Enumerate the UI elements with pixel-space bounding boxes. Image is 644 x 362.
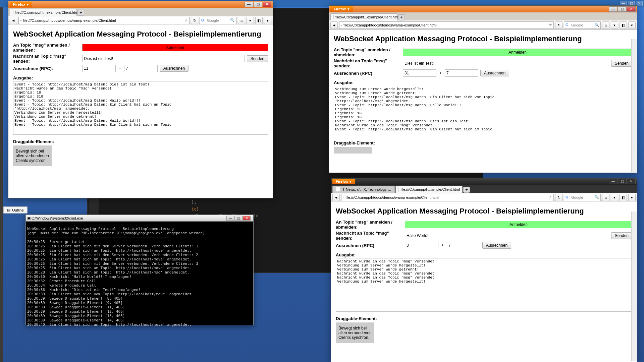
reload-button[interactable]: ↻ bbox=[191, 17, 198, 24]
reload-button[interactable]: ↻ bbox=[555, 21, 562, 29]
back-button[interactable]: ◄ bbox=[332, 194, 340, 201]
abmelden-button[interactable]: Abmelden bbox=[82, 44, 268, 51]
titlebar[interactable]: Firefox ▾ — ▢ ✕ bbox=[329, 6, 637, 12]
maximize-button[interactable]: ▢ bbox=[618, 6, 627, 12]
rpc-label: Ausrechnen (RPC): bbox=[13, 66, 80, 71]
close-button[interactable]: ✕ bbox=[243, 216, 251, 220]
bookmarks-button[interactable]: ▾ bbox=[611, 21, 618, 29]
output-label: Ausgabe: bbox=[334, 80, 632, 85]
firefox-window-1: Firefox ▾ — ▢ ✕ file:///C:/xampp/ht...ex… bbox=[8, 1, 273, 198]
plus-sign: + bbox=[438, 71, 443, 75]
rpc-right-input[interactable] bbox=[124, 65, 158, 72]
page-content: WebSocket Application Messaging Protocol… bbox=[331, 202, 637, 362]
draggable-element[interactable]: Bewegt sich bei allen verbundenen Client… bbox=[336, 322, 374, 343]
back-button[interactable]: ◄ bbox=[10, 17, 17, 24]
reload-button[interactable]: ↻ bbox=[555, 194, 562, 201]
bookmarks-button[interactable]: ▾ bbox=[611, 194, 618, 201]
search-icon[interactable]: 🔍 bbox=[230, 18, 235, 22]
search-icon[interactable]: 🔍 bbox=[594, 23, 599, 27]
ausrechnen-button[interactable]: Ausrechnen bbox=[160, 65, 189, 72]
ausrechnen-button[interactable]: Ausrechnen bbox=[480, 70, 509, 76]
outline-button[interactable]: ▤ Outline bbox=[3, 206, 28, 214]
favicon-icon bbox=[335, 187, 340, 192]
firefox-menu-button[interactable]: Firefox ▾ bbox=[330, 6, 353, 12]
rpc-left-input[interactable] bbox=[405, 242, 438, 249]
firefox-menu-button[interactable]: Firefox ▾ bbox=[332, 179, 355, 184]
browser-tab[interactable]: file:///C:/xampp/h...ample/Client.html✕ bbox=[395, 186, 463, 193]
close-button[interactable]: ✕ bbox=[627, 179, 636, 184]
rpc-left-input[interactable] bbox=[82, 65, 116, 72]
menu-button[interactable]: ▾ bbox=[628, 194, 636, 201]
menu-button[interactable]: ▾ bbox=[264, 17, 271, 24]
output-textarea[interactable] bbox=[336, 258, 632, 312]
maximize-button[interactable]: ▢ bbox=[618, 179, 627, 184]
search-bar[interactable]: GGoogle🔍 bbox=[564, 194, 601, 201]
ausrechnen-button[interactable]: Ausrechnen bbox=[482, 242, 511, 249]
anmelden-button[interactable]: Anmelden bbox=[403, 49, 632, 56]
senden-button[interactable]: Senden bbox=[611, 60, 632, 67]
senden-button[interactable]: Senden bbox=[247, 55, 268, 62]
titlebar[interactable]: Firefox ▾ — ▢ ✕ bbox=[331, 178, 637, 185]
output-textarea[interactable] bbox=[13, 81, 268, 135]
feed-button[interactable]: ◧ bbox=[255, 17, 263, 24]
url-text: file:///C:/xampp/htdocs/demos/wamp-examp… bbox=[343, 23, 437, 27]
scrollbar[interactable] bbox=[631, 212, 637, 361]
new-tab-button[interactable]: + bbox=[77, 10, 84, 16]
new-tab-button[interactable]: + bbox=[463, 187, 470, 193]
rpc-right-input[interactable] bbox=[447, 242, 480, 249]
bookmarks-button[interactable]: ▾ bbox=[247, 17, 254, 24]
search-bar[interactable]: GGoogle🔍 bbox=[200, 17, 236, 24]
feed-button[interactable]: ◧ bbox=[620, 194, 627, 201]
cmd-icon: ▣ bbox=[27, 216, 31, 220]
url-bar[interactable]: ▫file:///C:/xampp/htdocs/demos/wamp-exam… bbox=[339, 21, 554, 29]
browser-tab[interactable]: file:///C:/xampp/ht...example/Client.htm… bbox=[10, 9, 77, 16]
close-button[interactable]: ✕ bbox=[627, 6, 636, 12]
cmd-titlebar[interactable]: ▣ C:\Windows\system32\cmd.exe — ▢ ✕ bbox=[26, 215, 253, 222]
menu-button[interactable]: ▾ bbox=[628, 21, 636, 29]
draggable-element[interactable] bbox=[334, 147, 372, 154]
browser-tab[interactable]: file:///C:/xampp/ht...example/Client.htm… bbox=[330, 13, 397, 20]
close-button[interactable]: ✕ bbox=[263, 2, 271, 7]
output-textarea[interactable] bbox=[334, 86, 632, 136]
home-button[interactable]: ⌂ bbox=[238, 17, 245, 24]
topic-label: An Topic "msg" anmelden / abmelden: bbox=[336, 220, 403, 230]
anmelden-button[interactable]: Anmelden bbox=[405, 221, 632, 228]
firefox-menu-button[interactable]: Firefox ▾ bbox=[10, 2, 32, 7]
message-input[interactable] bbox=[405, 232, 609, 239]
message-input[interactable] bbox=[82, 55, 245, 62]
minimize-button[interactable]: — bbox=[245, 2, 253, 7]
url-bar[interactable]: ▫file:///C:/xampp/htdocs/demos/wamp-exam… bbox=[18, 17, 190, 24]
outline-icon: ▤ bbox=[7, 208, 10, 212]
rpc-left-input[interactable] bbox=[403, 69, 436, 77]
cmd-output: WebSocket Application Messaging Protocol… bbox=[26, 225, 253, 328]
tab-bar: IT-News, c't, iX, Technology Review, ...… bbox=[331, 185, 637, 193]
bookmark-star-icon[interactable]: ☆ bbox=[549, 195, 552, 199]
url-bar[interactable]: ▫file:///C:/xampp/htdocs/demos/wamp-exam… bbox=[341, 194, 554, 201]
minimize-button[interactable]: — bbox=[609, 179, 618, 184]
titlebar[interactable]: Firefox ▾ — ▢ ✕ bbox=[8, 1, 273, 8]
tab-label: file:///C:/xampp/ht...example/Client.htm… bbox=[15, 10, 79, 14]
search-bar[interactable]: GGoogle🔍 bbox=[564, 21, 601, 29]
outline-label: Outline bbox=[12, 208, 24, 212]
home-button[interactable]: ⌂ bbox=[602, 21, 609, 29]
browser-tab-news[interactable]: IT-News, c't, iX, Technology Review, ... bbox=[332, 186, 395, 193]
message-input[interactable] bbox=[403, 60, 609, 67]
minimize-button[interactable]: — bbox=[226, 216, 234, 220]
draggable-element[interactable]: Bewegt sich bei allen verbundenen Client… bbox=[13, 145, 52, 166]
feed-button[interactable]: ◧ bbox=[620, 21, 627, 29]
senden-button[interactable]: Senden bbox=[611, 232, 632, 239]
minimize-button[interactable]: — bbox=[609, 6, 618, 12]
search-placeholder: Google bbox=[207, 18, 219, 22]
favicon-icon bbox=[398, 187, 399, 192]
search-icon[interactable]: 🔍 bbox=[594, 195, 599, 199]
bookmark-star-icon[interactable]: ☆ bbox=[549, 23, 552, 27]
scrollbar[interactable] bbox=[631, 39, 637, 172]
page-icon: ▫ bbox=[20, 18, 21, 22]
back-button[interactable]: ◄ bbox=[330, 21, 338, 29]
home-button[interactable]: ⌂ bbox=[602, 194, 609, 201]
rpc-right-input[interactable] bbox=[445, 69, 478, 77]
bookmark-star-icon[interactable]: ☆ bbox=[184, 18, 188, 22]
maximize-button[interactable]: ▢ bbox=[254, 2, 262, 7]
new-tab-button[interactable]: + bbox=[398, 14, 405, 20]
maximize-button[interactable]: ▢ bbox=[234, 216, 242, 220]
